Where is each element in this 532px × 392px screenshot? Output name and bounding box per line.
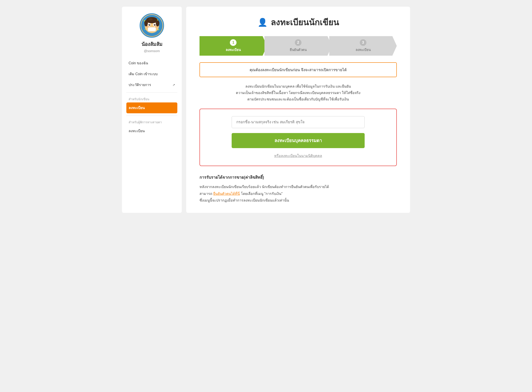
step-2: 2 ยืนยันตัวตน — [264, 36, 332, 56]
register-normal-button[interactable]: ลงทะเบียนบุคคลธรรมดา — [232, 133, 365, 148]
sidebar-divider-1 — [126, 93, 177, 93]
page-wrapper: ★ ★ ★ ★ น้องส้มส้ม @somsom Coin ของฉัน เ… — [122, 7, 410, 213]
user-icon: 👤 — [258, 18, 268, 27]
step-1: 1 ลงทะเบียน — [199, 36, 267, 56]
svg-point-9 — [155, 26, 157, 28]
step-3-number: 3 — [360, 39, 366, 46]
svg-point-6 — [149, 24, 150, 25]
history-label: ประวัติรายการ — [129, 82, 151, 88]
step-3-label: ลงทะเบียน — [356, 47, 371, 52]
bottom-text-line4: ซึ่งเมนูนี้จะปรากฏเมื่อทำการลงทะเบียนนัก… — [199, 198, 289, 202]
svg-point-8 — [146, 26, 148, 28]
svg-text:★: ★ — [157, 19, 158, 21]
step-1-label: ลงทะเบียน — [226, 47, 241, 52]
avatar-svg: ★ ★ ★ ★ — [141, 14, 163, 37]
avatar-image: ★ ★ ★ ★ — [141, 14, 163, 37]
bottom-text-line2: สามารถ — [199, 192, 213, 196]
step-3: 3 ลงทะเบียน — [329, 36, 397, 56]
main-content: 👤 ลงทะเบียนนักเขียน 1 ลงทะเบียน 2 ยืนยัน… — [186, 7, 410, 213]
page-title-row: 👤 ลงทะเบียนนักเขียน — [199, 15, 397, 29]
svg-point-7 — [155, 24, 155, 25]
external-link-icon: ↗ — [172, 83, 175, 87]
verify-link[interactable]: ยืนยันตัวตนได้ที่นี่ — [213, 192, 240, 196]
svg-point-14 — [148, 18, 153, 20]
add-coin-label: เติม Coin เข้าระบบ — [129, 71, 157, 77]
publisher-register-label: ลงทะเบียน — [129, 128, 145, 134]
sidebar-menu: Coin ของฉัน เติม Coin เข้าระบบ ประวัติรา… — [126, 58, 177, 136]
writer-register-label: ลงทะเบียน — [129, 105, 145, 111]
username: น้องส้มส้ม — [141, 40, 162, 48]
writer-section-label: สำหรับนักเขียน — [126, 95, 177, 103]
svg-text:★: ★ — [143, 19, 145, 22]
coin-label: Coin ของฉัน — [129, 60, 148, 66]
sidebar-divider-2 — [126, 116, 177, 116]
steps-row: 1 ลงทะเบียน 2 ยืนยันตัวตน 3 ลงทะเบียน — [199, 36, 397, 56]
user-handle: @somsom — [144, 49, 160, 53]
step-1-number: 1 — [230, 39, 236, 46]
corporate-link[interactable]: หรือลงทะเบียนในนามนิติบุคคล — [274, 153, 322, 159]
warning-box: คุณต้องลงทะเบียนนักเขียนก่อน จึงจะสามารถ… — [199, 62, 397, 77]
sidebar-item-history[interactable]: ประวัติรายการ ↗ — [126, 79, 177, 90]
sidebar-item-coin[interactable]: Coin ของฉัน — [126, 58, 177, 69]
sidebar: ★ ★ ★ ★ น้องส้มส้ม @somsom Coin ของฉัน เ… — [122, 7, 182, 213]
sidebar-item-writer-register[interactable]: ลงทะเบียน — [126, 103, 177, 113]
form-box: ลงทะเบียนบุคคลธรรมดา หรือลงทะเบียนในนามน… — [199, 109, 397, 166]
step-2-label: ยืนยันตัวตน — [290, 47, 307, 52]
step-2-number: 2 — [295, 39, 301, 46]
bottom-text-line1: หลังจากลงทะเบียนนักเขียนเรียบร้อยแล้ว นั… — [199, 185, 329, 189]
svg-text:★: ★ — [144, 29, 146, 30]
avatar: ★ ★ ★ ★ — [140, 13, 164, 38]
svg-point-13 — [156, 20, 159, 26]
bottom-section: การรับรายได้จากการขาย(ค่าลิขสิทธิ์) หลัง… — [199, 174, 397, 204]
publisher-section-label: สำหรับผู้พิการทางสายตา — [126, 118, 177, 126]
bottom-text: หลังจากลงทะเบียนนักเขียนเรียบร้อยแล้ว นั… — [199, 184, 397, 204]
bottom-text-line3: โดยเลือกที่เมนู "การรับเงิน" — [240, 192, 282, 196]
warning-text: คุณต้องลงทะเบียนนักเขียนก่อน จึงจะสามารถ… — [250, 68, 347, 72]
svg-text:★: ★ — [157, 29, 159, 31]
bottom-title: การรับรายได้จากการขาย(ค่าลิขสิทธิ์) — [199, 174, 397, 181]
sidebar-item-add-coin[interactable]: เติม Coin เข้าระบบ — [126, 69, 177, 79]
info-text: ลงทะเบียนนักเขียนในนามบุคคล เพื่อใช้ข้อม… — [199, 83, 397, 103]
name-input[interactable] — [232, 116, 365, 128]
sidebar-item-publisher-register[interactable]: ลงทะเบียน — [126, 126, 177, 136]
svg-rect-10 — [148, 27, 156, 31]
page-title: ลงทะเบียนนักเขียน — [271, 15, 339, 29]
